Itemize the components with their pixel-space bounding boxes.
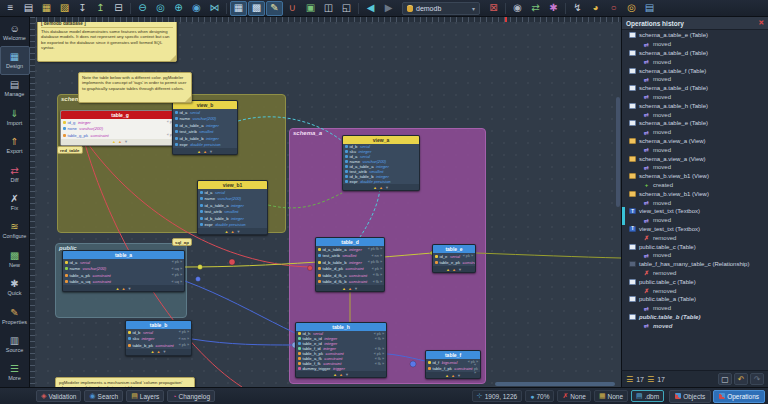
- collapse-icon[interactable]: ▼: [385, 185, 389, 190]
- canvas-vscrollbar-thumb[interactable]: [616, 97, 620, 207]
- demodb-note[interactable]: [ demodb database ]This database model d…: [37, 18, 177, 62]
- operation-item[interactable]: schema_a.table_h (Table): [622, 101, 768, 110]
- zoom-normal-icon[interactable]: ◎: [152, 1, 169, 16]
- operation-item[interactable]: public.table_c (Table): [622, 277, 768, 286]
- operation-item[interactable]: schema_b.view_b1 (View): [622, 172, 768, 181]
- compare-icon[interactable]: ⋈: [206, 1, 223, 16]
- operation-action[interactable]: ✗removed: [622, 269, 768, 278]
- sidebar-item-design[interactable]: ▦Design: [0, 46, 30, 74]
- import-model-icon[interactable]: ↧: [74, 1, 91, 16]
- view-node-view_b1[interactable]: view_b1id_aserialnamevarchar(200)id_a_ta…: [197, 180, 268, 235]
- collapse-icon[interactable]: ▼: [127, 286, 131, 291]
- operation-item[interactable]: schema_a.table_e (Table): [622, 119, 768, 128]
- close-model-icon[interactable]: ⊠: [485, 1, 502, 16]
- sidebar-item-quick[interactable]: ✱Quick: [0, 274, 30, 302]
- sidebar-item-manage[interactable]: ▤Manage: [0, 75, 30, 103]
- search-history-icon[interactable]: ◎: [623, 1, 640, 16]
- table-node-table_e[interactable]: table_eid_eserial« pk »table_e_pkconstra…: [432, 244, 476, 273]
- expand-icon[interactable]: ▲: [116, 286, 120, 291]
- operation-action[interactable]: ⇄moved: [622, 40, 768, 49]
- operation-item[interactable]: Tview_test_txt (Textbox): [622, 225, 768, 234]
- donate-icon[interactable]: ◕: [587, 1, 604, 16]
- operation-item[interactable]: Tview_test_txt (Textbox): [622, 207, 768, 216]
- rel-table_b-table_h[interactable]: [192, 339, 295, 345]
- new-model-icon[interactable]: ▤: [20, 1, 37, 16]
- expand-icon[interactable]: ▲: [333, 372, 337, 377]
- model-diff-icon[interactable]: ⇄: [527, 1, 544, 16]
- operation-action[interactable]: ⇄moved: [622, 304, 768, 313]
- close-icon[interactable]: ✕: [758, 19, 764, 27]
- table-node-table_h[interactable]: table_hid_hserial« pk »table_a_idinteger…: [295, 322, 387, 378]
- zoom-out-icon[interactable]: ⊖: [134, 1, 151, 16]
- snap-grid-icon[interactable]: ▩: [248, 1, 265, 16]
- operation-action[interactable]: ✗removed: [622, 233, 768, 242]
- view-node-view_a[interactable]: view_aid_bserialskuintegerid_aserialname…: [342, 135, 420, 191]
- search-button[interactable]: ◉Search: [84, 390, 123, 402]
- plugins-icon[interactable]: ↯: [569, 1, 586, 16]
- operation-item[interactable]: schema_b.view_b1 (View): [622, 189, 768, 198]
- print-model-icon[interactable]: ⊟: [110, 1, 127, 16]
- file-type-badge[interactable]: ▤ .dbm: [631, 390, 664, 402]
- rel-view_b-view_a[interactable]: [238, 117, 342, 141]
- collapse-icon[interactable]: ▼: [354, 286, 358, 291]
- operation-item[interactable]: public.table_b (Table): [622, 313, 768, 322]
- warning-icon[interactable]: ▲: [348, 286, 352, 291]
- tag-sql_ap[interactable]: sql_ap: [172, 238, 192, 246]
- model-fix-icon[interactable]: ✱: [545, 1, 562, 16]
- view-node-view_b[interactable]: view_bid_aserialnamevarchar(200)id_a_tab…: [172, 100, 238, 155]
- collapse-icon[interactable]: ▼: [458, 267, 462, 272]
- operation-action[interactable]: ⇄moved: [622, 93, 768, 102]
- model-selector[interactable]: demodb ▾: [402, 2, 480, 15]
- warning-icon[interactable]: ▲: [203, 149, 207, 154]
- rel-table_a-table_e[interactable]: [185, 253, 432, 267]
- table-node-table_b[interactable]: table_bid_bserial« pk »skuinteger« nn »t…: [125, 320, 192, 356]
- operation-item[interactable]: schema_a.view_a (View): [622, 154, 768, 163]
- rel-view_b1-view_a[interactable]: [268, 193, 342, 208]
- operation-item[interactable]: table_f_has_many_table_c (Relationship): [622, 260, 768, 269]
- operation-item[interactable]: schema_a.table_d (Table): [622, 84, 768, 93]
- validation-button[interactable]: ◈Validation: [36, 390, 81, 402]
- warning-icon[interactable]: ▲: [339, 372, 343, 377]
- sidebar-item-fix[interactable]: ✗Fix: [0, 188, 30, 216]
- magnet-icon[interactable]: ∪: [284, 1, 301, 16]
- operation-item[interactable]: schema_a.table_d (Table): [622, 49, 768, 58]
- operation-action[interactable]: ⇄moved: [622, 145, 768, 154]
- sidebar-item-configure[interactable]: ≋Configure: [0, 217, 30, 245]
- swap-ids-icon[interactable]: ◱: [338, 1, 355, 16]
- operation-action[interactable]: ⇄moved: [622, 128, 768, 137]
- operation-action[interactable]: +created: [622, 181, 768, 190]
- support-icon[interactable]: ○: [605, 1, 622, 16]
- collapse-icon[interactable]: ▼: [124, 139, 128, 144]
- undo-nav-icon[interactable]: ◀: [362, 1, 379, 16]
- operation-action[interactable]: ⇄moved: [622, 57, 768, 66]
- operation-action[interactable]: ⇄moved: [622, 321, 768, 330]
- operation-action[interactable]: ⇄moved: [622, 251, 768, 260]
- sidebar-item-export[interactable]: ⇑Export: [0, 132, 30, 160]
- export-image-icon[interactable]: ▣: [302, 1, 319, 16]
- relation-point-1[interactable]: [308, 266, 313, 271]
- rel-table_e-right[interactable]: [476, 253, 621, 258]
- model-canvas[interactable]: schema_bpublicschema_atable_gid_ginteger…: [30, 17, 621, 387]
- zoom-in-icon[interactable]: ⊕: [170, 1, 187, 16]
- operation-action[interactable]: ⇄moved: [622, 163, 768, 172]
- warning-icon[interactable]: ▲: [379, 185, 383, 190]
- collapse-icon[interactable]: ▼: [209, 149, 213, 154]
- expand-icon[interactable]: ▲: [112, 139, 116, 144]
- rel-view_a-table_d[interactable]: [360, 189, 380, 237]
- sidebar-item-source[interactable]: ▥Source: [0, 330, 30, 358]
- sidebar-item-properties[interactable]: ✎Properties: [0, 302, 30, 330]
- table-node-table_d[interactable]: table_did_a_table_ainteger« pk fk »test_…: [315, 237, 385, 292]
- expand-icon[interactable]: ▲: [342, 286, 346, 291]
- operation-item[interactable]: public.table_a (Table): [622, 295, 768, 304]
- column-row[interactable]: table_e_pkconstraint« pk »: [433, 260, 475, 267]
- expand-icon[interactable]: ▲: [446, 267, 450, 272]
- relation-point-0[interactable]: [229, 259, 235, 265]
- sidebar-item-new[interactable]: ▩New: [0, 245, 30, 273]
- expand-icon[interactable]: ▲: [151, 349, 155, 354]
- magnifier-icon[interactable]: ◉: [188, 1, 205, 16]
- undo-button[interactable]: ↶: [734, 373, 748, 385]
- collapse-icon[interactable]: ▼: [345, 372, 349, 377]
- operation-action[interactable]: ⇄moved: [622, 75, 768, 84]
- propagation-note[interactable]: pgModeler implements a mechanism called …: [55, 377, 195, 387]
- edit-mode-icon[interactable]: ✎: [266, 1, 283, 16]
